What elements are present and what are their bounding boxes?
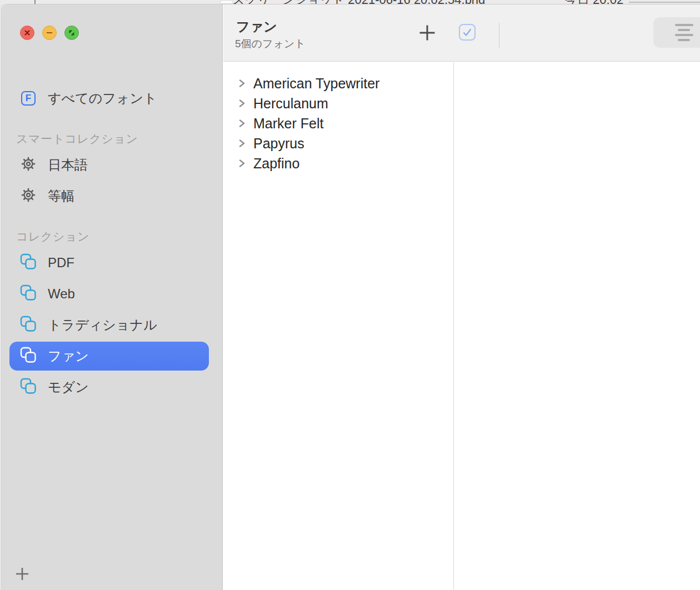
sidebar-item-label: Web xyxy=(48,286,75,302)
disclosure-chevron-icon[interactable] xyxy=(238,158,246,168)
sidebar-item-label: ファン xyxy=(48,347,89,365)
copy-squares-icon xyxy=(20,378,37,397)
add-font-button[interactable] xyxy=(419,24,436,41)
gear-icon xyxy=(21,156,36,174)
close-button[interactable] xyxy=(20,26,34,40)
sidebar-item-japanese[interactable]: 日本語 xyxy=(2,149,222,181)
sidebar: F すべてのフォント スマートコレクション 日本語 xyxy=(2,4,223,590)
collection-header: ファン 5個のフォント xyxy=(223,4,700,62)
font-preview-pane xyxy=(454,62,700,590)
font-family-name: Herculanum xyxy=(253,96,328,112)
font-count-label: 5個のフォント xyxy=(235,37,306,51)
disclosure-chevron-icon[interactable] xyxy=(238,138,246,148)
font-family-row[interactable]: Zapfino xyxy=(223,153,453,173)
fullscreen-icon xyxy=(68,29,75,36)
copy-squares-icon xyxy=(20,316,37,334)
font-family-row[interactable]: Papyrus xyxy=(223,133,453,153)
font-family-name: Marker Felt xyxy=(253,116,323,132)
close-icon xyxy=(24,29,31,36)
sidebar-item-fun[interactable]: ファン xyxy=(2,341,222,372)
text-lines-icon xyxy=(675,24,693,41)
disclosure-chevron-icon[interactable] xyxy=(238,98,246,108)
content-area: American Typewriter Herculanum Marker Fe… xyxy=(223,62,700,590)
background-row-rule xyxy=(629,2,700,3)
font-family-row[interactable]: Marker Felt xyxy=(223,113,453,133)
sidebar-item-pdf[interactable]: PDF xyxy=(2,247,222,278)
sidebar-item-all-fonts[interactable]: F すべてのフォント xyxy=(2,83,222,114)
background-column-divider xyxy=(34,0,36,4)
sidebar-item-label: トラディショナル xyxy=(48,316,157,334)
sidebar-item-label: PDF xyxy=(48,255,74,271)
add-collection-button[interactable] xyxy=(14,566,31,582)
select-fonts-checkbox-button[interactable] xyxy=(459,24,476,41)
sidebar-item-web[interactable]: Web xyxy=(2,278,222,309)
sidebar-item-label: すべてのフォント xyxy=(48,89,157,107)
font-family-row[interactable]: American Typewriter xyxy=(223,73,453,93)
sidebar-item-label: 等幅 xyxy=(48,187,74,205)
checkmark-icon xyxy=(461,26,473,38)
font-list: American Typewriter Herculanum Marker Fe… xyxy=(223,62,454,590)
copy-squares-icon xyxy=(20,253,37,272)
background-scrollbar-thumb xyxy=(220,0,233,4)
all-fonts-f-icon: F xyxy=(19,89,37,107)
minimize-icon xyxy=(46,29,53,36)
main-panel: ファン 5個のフォント xyxy=(223,4,700,590)
traffic-lights xyxy=(20,26,79,40)
section-label-collections: コレクション xyxy=(2,228,222,245)
view-options-button[interactable] xyxy=(653,17,700,48)
copy-squares-icon xyxy=(20,347,37,366)
sidebar-item-label: モダン xyxy=(48,378,89,396)
sidebar-item-modern[interactable]: モダン xyxy=(2,372,222,403)
toolbar-divider xyxy=(499,23,499,48)
disclosure-chevron-icon[interactable] xyxy=(238,118,246,128)
plus-icon xyxy=(419,24,436,41)
page-title: ファン xyxy=(236,18,277,36)
disclosure-chevron-icon[interactable] xyxy=(238,78,246,88)
font-family-name: Zapfino xyxy=(253,156,299,172)
font-book-window: F すべてのフォント スマートコレクション 日本語 xyxy=(1,4,700,590)
sidebar-item-traditional[interactable]: トラディショナル xyxy=(2,309,222,341)
zoom-button[interactable] xyxy=(64,26,79,40)
font-family-name: Papyrus xyxy=(253,136,304,152)
plus-icon xyxy=(15,567,29,581)
sidebar-item-label: 日本語 xyxy=(48,156,88,174)
sidebar-nav: F すべてのフォント スマートコレクション 日本語 xyxy=(2,83,222,403)
copy-squares-icon xyxy=(20,284,37,303)
section-label-smart-collections: スマートコレクション xyxy=(2,131,222,147)
gear-icon xyxy=(21,187,36,205)
sidebar-item-monospaced[interactable]: 等幅 xyxy=(2,181,222,212)
minimize-button[interactable] xyxy=(42,26,57,40)
font-family-name: American Typewriter xyxy=(253,76,379,92)
font-family-row[interactable]: Herculanum xyxy=(223,93,453,113)
